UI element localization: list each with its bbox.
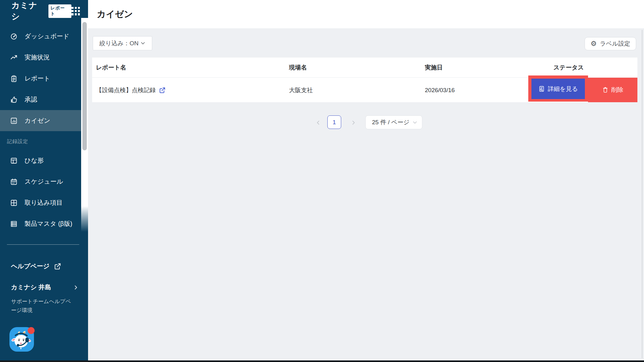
sidebar: カミナシ レポート ダッシュボード 実施状況 レポート 承認 bbox=[0, 0, 88, 362]
bar-chart-icon bbox=[10, 117, 18, 125]
help-link-label: ヘルプページ bbox=[11, 262, 49, 270]
pagination-prev-icon[interactable] bbox=[315, 120, 321, 126]
clipboard-icon bbox=[10, 75, 18, 82]
delete-button[interactable]: 削除 bbox=[588, 78, 637, 102]
sidebar-item-label: レポート bbox=[25, 74, 50, 83]
column-header-report-name: レポート名 bbox=[96, 58, 126, 78]
chevron-down-icon bbox=[140, 41, 146, 46]
sidebar-item-schedule[interactable]: スケジュール bbox=[0, 171, 88, 192]
window-bottom-edge bbox=[0, 360, 644, 362]
page-title: カイゼン bbox=[97, 0, 133, 28]
label-settings-button[interactable]: ⚙ ラベル設定 bbox=[585, 37, 636, 50]
external-link-icon[interactable] bbox=[159, 87, 166, 94]
main-scrollbar-track[interactable] bbox=[642, 30, 642, 358]
sidebar-item-report[interactable]: レポート bbox=[0, 68, 88, 89]
support-chat-launcher[interactable] bbox=[9, 327, 34, 352]
logo: カミナシ レポート bbox=[11, 5, 80, 17]
sidebar-nav-settings: ひな形 スケジュール 取り込み項目 製品マスタ (β版) bbox=[0, 150, 88, 234]
report-name-cell: 【設備点検】点検記録 bbox=[96, 78, 166, 102]
sidebar-item-label: ダッシュボード bbox=[25, 32, 69, 41]
label-settings-label: ラベル設定 bbox=[600, 40, 630, 48]
filter-label: 絞り込み：ON bbox=[99, 39, 138, 47]
sidebar-item-kaizen[interactable]: カイゼン bbox=[0, 110, 88, 131]
environment-label: サポートチームヘルプページ環境 bbox=[11, 297, 74, 315]
sidebar-item-label: カイゼン bbox=[25, 116, 50, 125]
chevron-down-icon bbox=[412, 120, 418, 125]
app-switcher-icon[interactable] bbox=[71, 7, 80, 15]
logo-badge: レポート bbox=[48, 4, 72, 18]
page-number: 1 bbox=[333, 119, 336, 126]
delete-label: 削除 bbox=[611, 86, 623, 94]
report-name: 【設備点検】点検記録 bbox=[96, 78, 156, 102]
sidebar-item-product-master[interactable]: 製品マスタ (β版) bbox=[0, 213, 88, 234]
gear-icon: ⚙ bbox=[591, 40, 597, 47]
calendar-icon bbox=[10, 178, 18, 186]
sidebar-scrollbar-track bbox=[81, 18, 88, 232]
sidebar-item-label: 実施状況 bbox=[25, 53, 50, 62]
sidebar-item-label: 承認 bbox=[25, 95, 37, 104]
file-search-icon bbox=[538, 86, 545, 92]
app-window: カミナシ レポート ダッシュボード 実施状況 レポート 承認 bbox=[0, 0, 644, 362]
annotation-highlight: 詳細を見る bbox=[528, 75, 588, 102]
layout-icon bbox=[10, 157, 18, 164]
table-header-row: レポート名 現場名 実施日 ステータス bbox=[92, 58, 637, 78]
sidebar-item-label: 取り込み項目 bbox=[25, 198, 63, 207]
pagination-page-1[interactable]: 1 bbox=[327, 115, 341, 129]
column-header-site: 現場名 bbox=[289, 58, 307, 78]
kaizen-table: レポート名 現場名 実施日 ステータス 【設備点検】点検記録 大阪支社 2026… bbox=[92, 58, 637, 102]
sidebar-help-link[interactable]: ヘルプページ bbox=[11, 262, 61, 270]
sidebar-section-label: 記録設定 bbox=[7, 138, 28, 145]
trending-up-icon bbox=[10, 54, 18, 61]
page-size-select[interactable]: 25 件 / ページ bbox=[365, 115, 422, 129]
external-link-icon bbox=[54, 263, 61, 270]
sidebar-item-label: 製品マスタ (β版) bbox=[25, 220, 72, 228]
sidebar-item-dashboard[interactable]: ダッシュボード bbox=[0, 26, 88, 47]
grid-cells-icon bbox=[10, 199, 18, 207]
column-header-status: ステータス bbox=[553, 58, 584, 78]
page-size-label: 25 件 / ページ bbox=[372, 118, 409, 126]
user-name: カミナシ 井島 bbox=[11, 283, 51, 292]
list-rows-icon bbox=[10, 220, 18, 228]
view-details-button[interactable]: 詳細を見る bbox=[531, 79, 585, 99]
sidebar-item-import-fields[interactable]: 取り込み項目 bbox=[0, 192, 88, 213]
sidebar-item-label: ひな形 bbox=[25, 156, 44, 165]
sidebar-item-label: スケジュール bbox=[25, 177, 63, 186]
sidebar-item-status[interactable]: 実施状況 bbox=[0, 47, 88, 68]
sidebar-divider bbox=[7, 244, 79, 245]
sidebar-nav-main: ダッシュボード 実施状況 レポート 承認 カイゼン bbox=[0, 26, 88, 131]
sidebar-scrollbar-thumb[interactable] bbox=[82, 22, 87, 150]
date-cell: 2026/03/16 bbox=[425, 78, 455, 102]
main-area: カイゼン 絞り込み：ON ⚙ ラベル設定 レポート名 現場名 実施日 ステータス… bbox=[88, 0, 644, 362]
trash-icon bbox=[602, 87, 608, 93]
logo-text: カミナシ bbox=[11, 0, 46, 22]
column-header-date: 実施日 bbox=[425, 58, 443, 78]
site-cell: 大阪支社 bbox=[289, 78, 313, 102]
thumbs-up-icon bbox=[10, 96, 18, 103]
sidebar-item-approval[interactable]: 承認 bbox=[0, 89, 88, 110]
gauge-icon bbox=[10, 33, 18, 40]
notification-badge bbox=[28, 327, 35, 334]
view-details-label: 詳細を見る bbox=[548, 85, 578, 93]
page-header: カイゼン bbox=[88, 0, 644, 28]
chevron-right-icon bbox=[73, 285, 79, 290]
sidebar-user-menu[interactable]: カミナシ 井島 bbox=[11, 283, 79, 292]
sidebar-item-template[interactable]: ひな形 bbox=[0, 150, 88, 171]
pagination-next-icon[interactable] bbox=[351, 120, 356, 126]
filter-dropdown[interactable]: 絞り込み：ON bbox=[93, 36, 152, 50]
